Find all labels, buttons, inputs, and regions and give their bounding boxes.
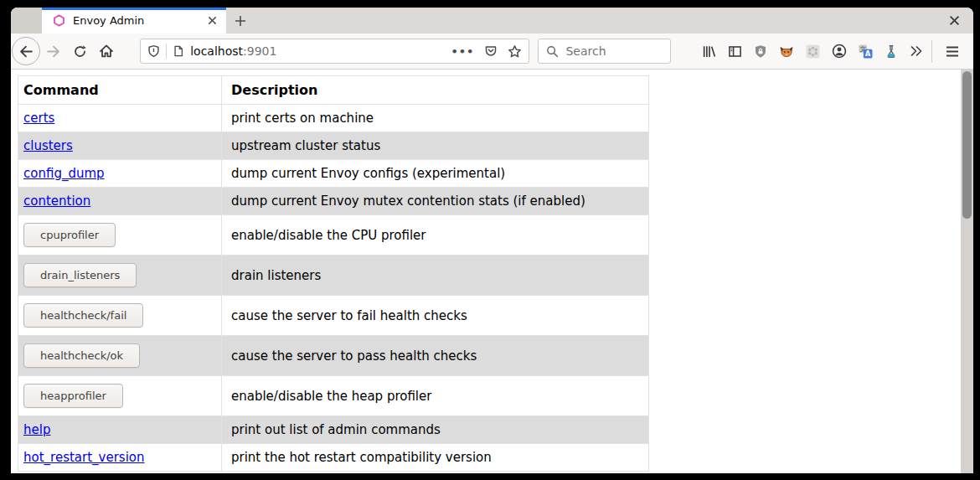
page-actions-dots-icon[interactable]: ••• xyxy=(451,45,475,58)
back-button[interactable] xyxy=(12,37,40,65)
command-button[interactable]: healthcheck/fail xyxy=(23,303,143,328)
vertical-scrollbar[interactable] xyxy=(961,70,973,473)
command-link[interactable]: hot_restart_version xyxy=(23,450,145,465)
table-row: contentiondump current Envoy mutex conte… xyxy=(18,188,649,215)
command-button[interactable]: cpuprofiler xyxy=(23,223,116,247)
command-link[interactable]: config_dump xyxy=(23,166,105,181)
flask-icon[interactable] xyxy=(885,44,898,59)
envoy-favicon-icon xyxy=(53,14,65,27)
command-description: upstream cluster status xyxy=(222,132,649,160)
account-icon[interactable] xyxy=(832,44,847,59)
home-button[interactable] xyxy=(93,38,120,65)
search-placeholder: Search xyxy=(565,44,606,58)
tab-envoy-admin[interactable]: Envoy Admin xyxy=(42,8,226,34)
column-header-description: Description xyxy=(222,76,649,105)
reload-button[interactable] xyxy=(67,38,94,65)
screenshot-root: { "titlebar": { "tab_title": "Envoy Admi… xyxy=(0,0,980,480)
toolbar-separator xyxy=(931,40,932,63)
sidebar-icon[interactable] xyxy=(728,44,742,59)
tracking-shield-icon[interactable] xyxy=(147,44,160,58)
command-button[interactable]: heapprofiler xyxy=(23,384,123,408)
shield-lock-icon[interactable] xyxy=(754,44,767,59)
library-icon[interactable] xyxy=(702,44,716,59)
browser-window: Envoy Admin xyxy=(11,8,973,473)
table-header-row: Command Description xyxy=(18,76,649,105)
titlebar: Envoy Admin xyxy=(11,8,973,34)
command-link[interactable]: clusters xyxy=(23,138,73,153)
tab-close-icon[interactable] xyxy=(203,12,221,30)
url-text[interactable]: localhost:9901 xyxy=(190,44,451,58)
window-close-button[interactable] xyxy=(935,8,973,34)
command-description: dump current Envoy mutex contention stat… xyxy=(222,188,649,215)
command-description: cause the server to pass health checks xyxy=(222,336,649,376)
search-icon xyxy=(546,45,559,58)
new-tab-button[interactable] xyxy=(226,8,255,34)
fox-icon[interactable] xyxy=(779,44,794,59)
pocket-icon[interactable] xyxy=(484,44,498,58)
command-button[interactable]: healthcheck/ok xyxy=(23,343,140,368)
command-link[interactable]: certs xyxy=(23,111,54,126)
url-bar[interactable]: localhost:9901 ••• xyxy=(140,39,529,64)
command-description: drain listeners xyxy=(222,255,649,296)
translate-icon[interactable]: 文A xyxy=(859,44,873,59)
titlebar-drag-space xyxy=(11,8,42,34)
command-description: dump current Envoy configs (experimental… xyxy=(222,160,649,188)
table-row: hot_restart_versionprint the hot restart… xyxy=(18,444,649,472)
url-port: :9901 xyxy=(243,44,276,58)
toolbar-extension-icons: 文A xyxy=(702,44,923,59)
command-button[interactable]: drain_listeners xyxy=(23,263,137,287)
command-description: cause the server to fail health checks xyxy=(222,296,649,336)
search-input[interactable]: Search xyxy=(538,39,671,64)
table-row: healthcheck/failcause the server to fail… xyxy=(18,296,649,336)
command-description: print out list of admin commands xyxy=(222,416,649,444)
command-link[interactable]: contention xyxy=(23,194,90,209)
forward-button[interactable] xyxy=(40,38,67,65)
command-description: print the hot restart compatibility vers… xyxy=(222,444,649,472)
svg-text:A: A xyxy=(865,49,871,58)
admin-commands-table: Command Description certsprint certs on … xyxy=(18,75,649,472)
table-row: heapprofilerenable/disable the heap prof… xyxy=(18,376,649,416)
command-description: print certs on machine xyxy=(222,105,649,132)
overflow-chevron-icon[interactable] xyxy=(910,45,923,57)
table-row: healthcheck/okcause the server to pass h… xyxy=(18,336,649,376)
table-row: drain_listenersdrain listeners xyxy=(18,255,649,296)
table-row: config_dumpdump current Envoy configs (e… xyxy=(18,160,649,188)
command-description: enable/disable the heap profiler xyxy=(222,376,649,416)
bookmark-star-icon[interactable] xyxy=(508,44,522,59)
scrollbar-thumb[interactable] xyxy=(962,71,972,219)
tab-title: Envoy Admin xyxy=(73,14,203,27)
flower-disabled-icon[interactable] xyxy=(806,44,820,59)
column-header-command: Command xyxy=(18,76,222,105)
table-row: helpprint out list of admin commands xyxy=(18,416,649,444)
command-link[interactable]: help xyxy=(23,422,50,437)
command-description: enable/disable the CPU profiler xyxy=(222,215,649,255)
navigation-toolbar: localhost:9901 ••• Search xyxy=(11,34,973,70)
titlebar-spacer xyxy=(255,8,935,34)
page-content: Command Description certsprint certs on … xyxy=(11,70,973,473)
page-icon[interactable] xyxy=(173,44,184,58)
url-host: localhost xyxy=(190,44,243,58)
table-row: clustersupstream cluster status xyxy=(18,132,649,160)
menu-icon[interactable] xyxy=(940,46,965,57)
table-row: certsprint certs on machine xyxy=(18,105,649,132)
urlbar-divider xyxy=(166,44,167,59)
table-row: cpuprofilerenable/disable the CPU profil… xyxy=(18,215,649,255)
